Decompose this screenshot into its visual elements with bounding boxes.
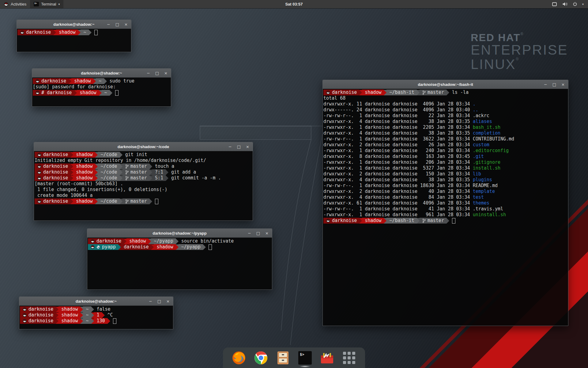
python-icon (96, 245, 100, 249)
powerline-separator-icon (91, 312, 94, 318)
prompt-segment-user: darknoise (17, 29, 53, 35)
maximize-button[interactable]: □ (237, 145, 241, 149)
close-button[interactable]: × (166, 299, 170, 303)
chrome-icon[interactable] (254, 351, 268, 365)
prompt-line: darknoiseshadow~/pyappsource bin/activat… (88, 238, 272, 244)
minimize-button[interactable]: − (544, 82, 547, 86)
prompt-segment-label: ~ (86, 306, 89, 312)
powerline-separator-icon (359, 90, 362, 95)
ls-row-details: drwxrwxr-x. 2 darknoise darknoise 26 Jan… (323, 142, 473, 148)
prompt-line: darknoiseshadow~/codegit init (35, 152, 253, 158)
prompt-segment-git: master (123, 175, 149, 181)
prompt-segment-dir: ~/code (98, 163, 119, 169)
prompt-segment-host: shadow (58, 318, 80, 324)
powerline-separator-icon (176, 239, 179, 244)
powerline-separator-icon (74, 90, 77, 96)
title-bar[interactable]: darknoise@shadow:~ −□× (17, 20, 131, 29)
maximize-button[interactable]: □ (552, 82, 556, 86)
power-icon[interactable] (573, 2, 577, 6)
rhel-branding: RED HAT® ENTERPRISE LINUX® (471, 32, 568, 72)
close-button[interactable]: × (265, 231, 269, 235)
terminal-window-code[interactable]: darknoise@shadow:~/code −□× darknoisesha… (34, 142, 253, 221)
firefox-icon[interactable] (232, 351, 246, 365)
maximize-button[interactable]: □ (115, 22, 119, 26)
powerline-separator-icon (149, 199, 152, 204)
close-button[interactable]: × (246, 145, 249, 149)
git-branch-icon (125, 170, 129, 174)
minimize-button[interactable]: − (107, 22, 110, 26)
maximize-button[interactable]: □ (157, 299, 161, 303)
powerline-separator-icon (70, 199, 73, 204)
title-bar[interactable]: darknoise@shadow:~/pyapp −□× (87, 229, 272, 238)
activities-button[interactable]: Activities (0, 0, 30, 8)
prompt-segment-label: ~ (104, 90, 107, 96)
ls-row: -rw-rw-r--. 1 darknoise darknoise 22 Jan… (323, 113, 568, 119)
prompt-segment-user: darknoise (323, 218, 359, 224)
close-button[interactable]: × (164, 71, 168, 75)
close-button[interactable]: × (124, 22, 128, 26)
app-grid-icon[interactable] (342, 351, 356, 365)
command-text: git add a (171, 169, 196, 175)
close-button[interactable]: × (561, 82, 565, 86)
prompt-segment-host: shadow (362, 90, 384, 95)
terminal-window-pyapp[interactable]: darknoise@shadow:~/pyapp −□× darknoisesh… (87, 228, 272, 290)
prompt-segment-user: darknoise (33, 78, 69, 84)
ls-filename: plugins (473, 177, 492, 183)
output-text: total 68 (323, 95, 345, 101)
title-bar[interactable]: darknoise@shadow:~ −□× (19, 297, 173, 306)
toolbox-icon[interactable] (320, 351, 334, 365)
terminal-icon[interactable]: $> (298, 351, 312, 365)
powerline-separator-icon (91, 318, 94, 324)
terminal-window-home-small[interactable]: darknoise@shadow:~ −□× darknoiseshadow~ (17, 20, 131, 52)
ls-filename: .ackrc (473, 113, 489, 119)
prompt-line: darknoiseshadow~130 (20, 318, 173, 324)
prompt-segment-label: # darknoise (41, 90, 72, 96)
prompt-segment-dir: ~/code (98, 175, 119, 181)
minimize-button[interactable]: − (248, 231, 251, 235)
prompt-segment-label: shadow (61, 306, 78, 312)
terminal-window-exitcodes[interactable]: darknoise@shadow:~ −□× darknoiseshadow~f… (19, 297, 173, 329)
app-menu-terminal[interactable]: $> Terminal ▾ (30, 0, 63, 8)
terminal-content[interactable]: darknoiseshadow~/bash-itmasterls -latota… (323, 89, 568, 224)
prompt-segment-label: shadow (76, 175, 92, 181)
ls-row-details: -rwxrwxr-x. 1 darknoise darknoise 961 Ja… (323, 212, 473, 218)
files-icon[interactable] (276, 351, 290, 365)
powerline-separator-icon (107, 318, 110, 324)
terminal-window-sudo[interactable]: darknoise@shadow:~ −□× darknoiseshadow~s… (32, 68, 171, 107)
minimize-button[interactable]: − (147, 71, 150, 75)
terminal-content[interactable]: darknoiseshadow~/pyappsource bin/activat… (87, 238, 272, 250)
maximize-button[interactable]: □ (155, 71, 159, 75)
ls-row: -rwxrwxr-x. 1 darknoise darknoise 961 Ja… (323, 212, 568, 218)
prompt-segment-dir: ~ (81, 29, 89, 35)
maximize-button[interactable]: □ (256, 231, 260, 235)
volume-icon[interactable] (562, 2, 568, 6)
ls-row: drwxrwxr-x. 4 darknoise darknoise 84 Jan… (323, 194, 568, 200)
terminal-icon-glyph: $> (298, 351, 312, 365)
minimize-button[interactable]: − (149, 299, 152, 303)
system-menu-caret-icon[interactable]: ▾ (582, 2, 584, 6)
title-bar[interactable]: darknoise@shadow:~/bash-it −□× (323, 80, 568, 89)
powerline-separator-icon (120, 199, 123, 204)
clock[interactable]: Sat 03:57 (285, 2, 303, 6)
prompt-segment-user: darknoise (20, 312, 56, 318)
title-bar[interactable]: darknoise@shadow:~/code −□× (34, 142, 253, 151)
terminal-content[interactable]: darknoiseshadow~/codegit initInitialized… (34, 151, 253, 204)
minimize-button[interactable]: − (228, 145, 232, 149)
terminal-content[interactable]: darknoiseshadow~sudo true[sudo] password… (32, 78, 171, 96)
terminal-content[interactable]: darknoiseshadow~falsedarknoiseshadow~1^C… (19, 306, 173, 324)
terminal-content[interactable]: darknoiseshadow~ (17, 29, 131, 35)
title-bar[interactable]: darknoise@shadow:~ −□× (32, 69, 171, 78)
terminal-window-bash-it[interactable]: darknoise@shadow:~/bash-it −□× darknoise… (322, 80, 568, 326)
ls-filename: test (473, 194, 484, 200)
redhat-prompt-icon (37, 164, 41, 168)
command-text: git commit -a -m . (171, 175, 221, 181)
ls-row: drwxrwxr-x. 2 darknoise darknoise 150 Ja… (323, 171, 568, 177)
prompt-segment-label: darknoise (41, 78, 66, 84)
powerline-separator-icon (93, 79, 96, 84)
screen-icon[interactable] (552, 2, 557, 6)
prompt-segment-label: shadow (59, 29, 75, 35)
ls-filename: .editorconfig (473, 148, 509, 154)
powerline-separator-icon (118, 244, 121, 250)
powerline-separator-icon (203, 244, 206, 250)
redhat-prompt-icon (37, 153, 41, 157)
